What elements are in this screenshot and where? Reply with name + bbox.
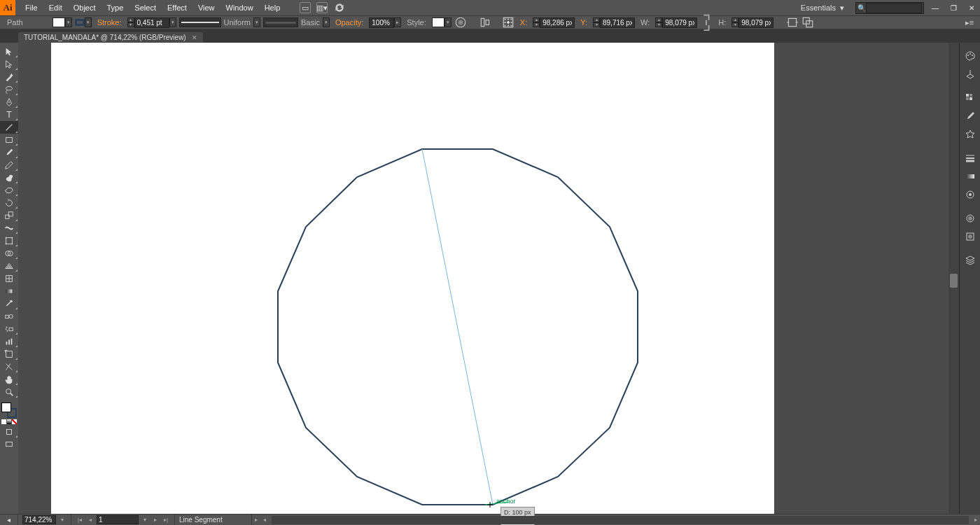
w-input[interactable] [662,18,697,28]
width-tool[interactable] [0,222,18,234]
doc-layout-icon[interactable]: ▭ [300,2,311,13]
y-input[interactable] [600,18,635,28]
graphic-styles-panel-icon[interactable] [960,227,980,246]
minimize-button[interactable]: — [928,3,942,13]
zoom-tool[interactable] [0,386,18,398]
stroke-weight-input[interactable] [134,18,169,28]
artboard-prev[interactable]: ◂ [86,516,94,524]
recolor-icon[interactable] [454,17,467,28]
artboard-tool[interactable] [0,348,18,360]
appearance-panel-icon[interactable] [960,209,980,227]
menu-select[interactable]: Select [129,1,162,14]
layers-panel-icon[interactable] [960,251,980,270]
stroke-weight-control[interactable]: ▴▾ ▾ [127,18,176,28]
magic-wand-tool[interactable] [0,71,18,83]
style-control[interactable]: ▾ [432,18,451,27]
edit-clip-icon[interactable] [802,17,814,28]
slice-tool[interactable] [0,360,18,373]
scroll-left[interactable]: ◂ [260,516,269,524]
pen-tool[interactable] [0,96,18,108]
free-transform-tool[interactable] [0,234,18,247]
h-input[interactable] [738,18,774,28]
draw-mode-icon[interactable] [0,426,18,438]
opacity-control[interactable]: ▸ [369,18,401,28]
blob-brush-tool[interactable] [0,172,18,184]
type-tool[interactable]: T [0,108,18,121]
canvas[interactable]: anchor D: 100 px 281° [18,43,959,514]
selection-tool[interactable] [0,46,18,58]
symbols-panel-icon[interactable] [960,125,980,144]
fill-control[interactable]: ▾ [52,18,72,27]
arrange-icon[interactable]: ▥▾ [316,2,328,13]
menu-edit[interactable]: Edit [43,1,68,14]
hand-tool[interactable] [0,373,18,386]
paintbrush-tool[interactable] [0,146,18,159]
x-input[interactable] [540,18,575,28]
eraser-tool[interactable] [0,184,18,197]
blend-tool[interactable] [0,310,18,323]
transparency-panel-icon[interactable] [960,186,980,204]
menu-view[interactable]: View [192,1,220,14]
menu-type[interactable]: Type [102,1,130,14]
scroll-right[interactable]: ▸ [972,516,980,524]
zoom-dropdown[interactable]: ▾ [58,516,66,524]
brush-control[interactable]: Basic ▾ [263,18,330,27]
close-button[interactable]: ✕ [965,3,979,13]
tab-close-icon[interactable]: ✕ [192,34,197,41]
artboard-dropdown[interactable]: ▾ [141,516,149,524]
color-panel-icon[interactable] [960,47,980,65]
workspace-switcher[interactable]: Essentials ▾ [794,2,851,14]
vertical-scrollbar[interactable] [948,43,959,514]
artboard-last[interactable]: ▸| [162,516,170,524]
lasso-tool[interactable] [0,83,18,96]
gradient-tool[interactable] [0,285,18,298]
menu-help[interactable]: Help [259,1,286,14]
symbol-sprayer-tool[interactable] [0,323,18,335]
artboard-first[interactable]: |◂ [76,516,84,524]
transform-anchor-icon[interactable] [502,17,514,28]
maximize-button[interactable]: ❐ [946,3,960,13]
status-flyout[interactable]: ◂ [0,514,18,525]
color-picker[interactable] [0,401,18,426]
stroke-profile-control[interactable]: Uniform ▾ [179,18,261,27]
color-guide-panel-icon[interactable] [960,65,980,83]
gradient-panel-icon[interactable] [960,167,980,186]
search-input[interactable] [866,3,922,13]
stroke-label[interactable]: Stroke: [94,18,125,27]
stroke-control[interactable]: ▾ [75,18,92,27]
document-tab[interactable]: TUTORIAL_MANDALA* @ 714,22% (RGB/Preview… [18,32,203,43]
shape-builder-tool[interactable] [0,247,18,260]
zoom-input[interactable] [22,515,56,524]
color-mode-solid[interactable] [1,419,6,424]
rotate-tool[interactable] [0,197,18,209]
isolate-icon[interactable] [786,17,799,28]
opacity-label[interactable]: Opacity: [332,18,366,27]
brushes-panel-icon[interactable] [960,107,980,125]
horizontal-scrollbar[interactable] [272,516,969,524]
rectangle-tool[interactable] [0,134,18,146]
align-icon[interactable] [479,17,492,28]
mesh-tool[interactable] [0,272,18,285]
fill-swatch[interactable] [1,402,11,412]
swatches-panel-icon[interactable] [960,89,980,107]
link-wh-icon[interactable] [700,17,713,28]
status-menu[interactable]: ▸ [252,516,260,524]
menu-effect[interactable]: Effect [162,1,192,14]
menu-window[interactable]: Window [220,1,259,14]
screen-mode-icon[interactable] [0,438,18,451]
menu-object[interactable]: Object [68,1,102,14]
pencil-tool[interactable] [0,159,18,172]
color-mode-gradient[interactable] [7,419,12,424]
color-mode-none[interactable] [12,419,17,424]
line-segment-tool[interactable] [0,121,18,134]
panel-menu-icon[interactable]: ▸≡ [963,17,976,28]
perspective-grid-tool[interactable] [0,260,18,272]
opacity-input[interactable] [369,18,394,28]
sync-icon[interactable] [333,2,346,13]
column-graph-tool[interactable] [0,335,18,348]
stroke-panel-icon[interactable] [960,149,980,167]
artboard-input[interactable] [97,515,139,524]
eyedropper-tool[interactable] [0,298,18,310]
scale-tool[interactable] [0,209,18,222]
artboard-next[interactable]: ▸ [151,516,160,524]
